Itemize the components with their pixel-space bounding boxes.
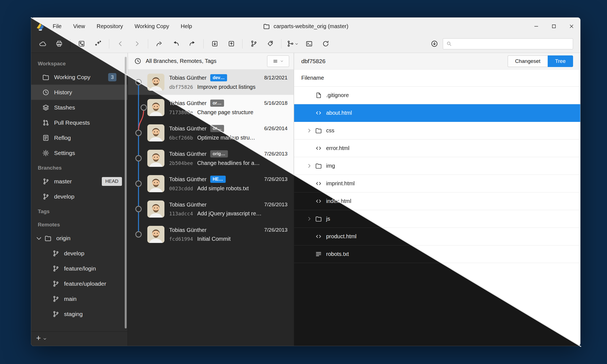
folder-name: js [326, 216, 330, 222]
sidebar-scrollbar-thumb[interactable] [125, 57, 127, 328]
curved-arrow-right-icon [189, 40, 196, 47]
sidebar-add-button[interactable]: + [31, 331, 127, 346]
tag-icon [267, 40, 274, 47]
refresh-button[interactable] [318, 37, 334, 50]
stash-button[interactable] [207, 37, 223, 50]
tree-tab[interactable]: Tree [548, 55, 573, 67]
sidebar-item-settings[interactable]: Settings [31, 145, 127, 160]
folder-name: img [326, 163, 335, 169]
branch-label: develop [64, 250, 84, 257]
merge-button[interactable] [284, 37, 300, 50]
sidebar-remote-branch-feature-uploader[interactable]: feature/uploader [31, 276, 127, 291]
filter-options-button[interactable] [267, 55, 289, 67]
forward-button[interactable] [129, 37, 145, 50]
document-icon [42, 134, 49, 141]
chevron-right-icon[interactable] [306, 163, 312, 169]
sidebar-remote-branch-develop[interactable]: develop [31, 246, 127, 261]
sidebar-item-stashes[interactable]: Stashes [31, 100, 127, 115]
toolbar-separator [281, 39, 281, 49]
chevron-right-icon[interactable] [306, 216, 312, 222]
commit-row[interactable]: Tobias Günther HE… 7/26/2013 0023cddd Ad… [128, 171, 294, 196]
sidebar-item-history[interactable]: History [31, 85, 127, 100]
plus-icon: + [36, 334, 41, 342]
sidebar-remote-branch-staging[interactable]: staging [31, 306, 127, 322]
changeset-tab[interactable]: Changeset [508, 55, 548, 67]
head-badge: HEAD [102, 177, 122, 186]
folder-row-css[interactable]: css [294, 122, 580, 140]
menu-item-working-copy[interactable]: Working Copy [135, 23, 169, 30]
sidebar-branch-master[interactable]: master HEAD [31, 174, 127, 189]
commit-id: dbf75826 [301, 58, 326, 65]
back-button[interactable] [112, 37, 128, 50]
file-row-gitignore[interactable]: .gitignore [294, 87, 580, 104]
commit-message: Add jQuery javascript re… [197, 210, 262, 217]
commit-date: 7/26/2013 [264, 227, 287, 233]
pop-stash-button[interactable] [223, 37, 239, 50]
box-arrow-up-icon [228, 40, 235, 47]
curved-arrow-left-icon [172, 40, 180, 47]
avatar [147, 74, 164, 91]
close-icon [569, 23, 574, 29]
push-button[interactable] [184, 37, 200, 50]
cloud-button[interactable] [34, 37, 50, 50]
menu-item-help[interactable]: Help [181, 23, 192, 30]
remotes-section-label: Remotes [31, 217, 127, 231]
chevron-down-icon[interactable] [35, 235, 42, 242]
box-arrow-down-icon [211, 40, 219, 47]
create-branch-button[interactable] [246, 37, 262, 50]
commit-row[interactable]: Tobias Günther 7/26/2013 fcd61994 Initia… [128, 222, 294, 247]
menu-item-file[interactable]: File [53, 23, 62, 30]
pull-button[interactable] [168, 37, 184, 50]
terminal-button[interactable] [301, 37, 317, 50]
search-input[interactable] [454, 41, 570, 47]
sidebar-remote-branch-feature-login[interactable]: feature/login [31, 261, 127, 276]
hamburger-icon [273, 58, 278, 64]
search-box [443, 38, 573, 49]
fetch-button[interactable] [426, 37, 442, 50]
file-row-imprint-html[interactable]: imprint.html [294, 175, 580, 192]
maximize-button[interactable] [545, 18, 563, 35]
chevron-right-icon [133, 40, 141, 47]
git-branch-icon [42, 178, 49, 185]
minimize-button[interactable] [527, 18, 545, 35]
chevron-down-icon [280, 59, 284, 63]
file-name: error.html [326, 145, 349, 151]
file-row-error-html[interactable]: error.html [294, 140, 580, 157]
folder-icon [42, 74, 49, 81]
chevron-right-icon[interactable] [306, 128, 312, 133]
refresh-icon [322, 40, 329, 47]
sidebar-remote-origin[interactable]: origin [31, 231, 127, 246]
checkout-button[interactable] [151, 37, 167, 50]
search-icon [446, 41, 452, 47]
commit-row[interactable]: Tobias Günther 7/26/2013 113adcc4 Add jQ… [128, 196, 294, 222]
commit-hash: 6bcf266b [169, 135, 193, 141]
pull-request-icon [42, 119, 49, 126]
window-title-text: carparts-website_orig (master) [273, 23, 348, 30]
print-button[interactable] [51, 37, 67, 50]
folder-row-img[interactable]: img [294, 157, 580, 175]
printer-icon [55, 40, 63, 47]
quick-actions-button[interactable] [90, 37, 106, 50]
commit-date: 7/26/2013 [264, 202, 287, 208]
commit-message: Initial Commit [197, 236, 231, 242]
circled-arrow-down-icon [431, 40, 438, 47]
menu-item-view[interactable]: View [73, 23, 85, 30]
folder-icon [315, 215, 322, 222]
commit-author: Tobias Günther [169, 75, 207, 81]
folder-icon [263, 23, 270, 30]
commit-message: Improve product listings [197, 84, 255, 90]
commit-date: 8/12/2021 [264, 75, 287, 81]
close-button[interactable] [563, 18, 580, 35]
sidebar-branch-develop[interactable]: develop [31, 189, 127, 204]
menu-item-repository[interactable]: Repository [97, 23, 123, 30]
sidebar-item-reflog[interactable]: Reflog [31, 130, 127, 145]
code-file-icon [315, 233, 322, 240]
commit-hash: fcd61994 [169, 236, 193, 242]
create-tag-button[interactable] [262, 37, 278, 50]
file-row-about-html[interactable]: about.html [294, 104, 580, 122]
sidebar-remote-branch-main[interactable]: main [31, 291, 127, 306]
sidebar-item-working-copy[interactable]: Working Copy 3 [31, 69, 127, 85]
code-file-icon [315, 145, 322, 152]
branch-badge: or… [210, 100, 224, 107]
sidebar-item-pull-requests[interactable]: Pull Requests [31, 115, 127, 130]
